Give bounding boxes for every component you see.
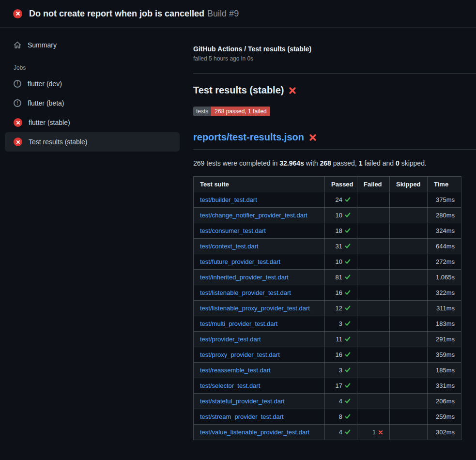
- time-cell: 302ms: [428, 425, 461, 440]
- suite-cell: test/value_listenable_provider_test.dart: [194, 425, 325, 440]
- failed-status-icon: [14, 138, 22, 146]
- test-suite-link[interactable]: test/selector_test.dart: [200, 382, 260, 389]
- summary-number: 0: [396, 159, 399, 167]
- col-header-test-suite: Test suite: [194, 177, 325, 192]
- table-row: test/listenable_provider_test.dart16322m…: [194, 285, 461, 301]
- test-suite-link[interactable]: test/future_provider_test.dart: [200, 258, 280, 265]
- section-title-text: Test results (stable): [193, 85, 284, 96]
- time-cell: 322ms: [428, 285, 461, 301]
- passed-cell: 18: [325, 223, 357, 239]
- page-layout: Summary Jobs !flutter (dev)!flutter (bet…: [0, 28, 476, 440]
- report-heading: reports/test-results.json: [193, 132, 476, 150]
- table-row: test/inherited_provider_test.dart811.065…: [194, 270, 461, 285]
- job-label: flutter (stable): [29, 119, 70, 126]
- sidebar-item-summary[interactable]: Summary: [5, 35, 180, 55]
- page-title: Do not create report when job is cancell…: [29, 9, 239, 19]
- skipped-cell: [390, 394, 428, 409]
- sidebar-summary-label: Summary: [28, 41, 57, 49]
- failed-cell: [357, 301, 390, 316]
- test-suite-link[interactable]: test/value_listenable_provider_test.dart: [200, 429, 309, 436]
- failed-cell: [357, 378, 390, 394]
- time-cell: 375ms: [428, 192, 461, 208]
- skipped-cell: [390, 285, 428, 301]
- passed-cell: 3: [325, 363, 357, 378]
- suite-cell: test/listenable_proxy_provider_test.dart: [194, 301, 325, 316]
- check-icon: [342, 258, 351, 265]
- build-title: Do not create report when job is cancell…: [29, 9, 204, 18]
- table-row: test/builder_test.dart24375ms: [194, 192, 461, 208]
- build-number: Build #9: [207, 9, 239, 18]
- test-suite-link[interactable]: test/builder_test.dart: [200, 196, 257, 203]
- table-row: test/consumer_test.dart18324ms: [194, 223, 461, 239]
- test-suite-link[interactable]: test/consumer_test.dart: [200, 227, 266, 234]
- suite-cell: test/future_provider_test.dart: [194, 254, 325, 270]
- test-suite-link[interactable]: test/listenable_provider_test.dart: [200, 289, 291, 296]
- skipped-cell: [390, 208, 428, 223]
- check-icon: [342, 212, 351, 219]
- time-cell: 259ms: [428, 409, 461, 425]
- sidebar-item-flutter-stable[interactable]: flutter (stable): [5, 113, 180, 132]
- table-row: test/proxy_provider_test.dart16359ms: [194, 347, 461, 363]
- passed-count: 10: [336, 258, 342, 265]
- build-header: Do not create report when job is cancell…: [0, 0, 476, 28]
- report-fail-x-icon: [309, 132, 317, 143]
- test-suite-link[interactable]: test/provider_test.dart: [200, 336, 261, 343]
- check-icon: [342, 305, 351, 312]
- failed-cell: [357, 316, 390, 332]
- x-icon: [376, 429, 383, 436]
- passed-count: 12: [336, 305, 342, 312]
- time-cell: 1.065s: [428, 270, 461, 285]
- test-suite-link[interactable]: test/stream_provider_test.dart: [200, 413, 284, 420]
- passed-count: 11: [336, 336, 343, 343]
- passed-cell: 12: [325, 301, 357, 316]
- sidebar-item-flutter-beta[interactable]: !flutter (beta): [5, 93, 180, 113]
- summary-segment: passed,: [331, 159, 359, 167]
- col-header-time: Time: [428, 177, 461, 192]
- suite-cell: test/context_test.dart: [194, 239, 325, 254]
- test-suite-link[interactable]: test/multi_provider_test.dart: [200, 320, 277, 327]
- test-suite-link[interactable]: test/stateful_provider_test.dart: [200, 398, 285, 405]
- sidebar-item-flutter-dev[interactable]: !flutter (dev): [5, 74, 180, 93]
- failed-cell: [357, 192, 390, 208]
- test-suite-link[interactable]: test/listenable_proxy_provider_test.dart: [200, 305, 310, 312]
- time-cell: 183ms: [428, 316, 461, 332]
- table-row: test/multi_provider_test.dart3183ms: [194, 316, 461, 332]
- suite-cell: test/provider_test.dart: [194, 332, 325, 347]
- passed-cell: 10: [325, 254, 357, 270]
- suite-cell: test/proxy_provider_test.dart: [194, 347, 325, 363]
- skipped-cell: [390, 301, 428, 316]
- skipped-cell: [390, 363, 428, 378]
- suite-cell: test/builder_test.dart: [194, 192, 325, 208]
- test-suite-link[interactable]: test/reassemble_test.dart: [200, 367, 271, 374]
- time-cell: 644ms: [428, 239, 461, 254]
- time-cell: 272ms: [428, 254, 461, 270]
- check-icon: [342, 398, 351, 405]
- check-icon: [342, 367, 351, 374]
- sidebar-item-test-results-stable[interactable]: Test results (stable): [5, 132, 180, 152]
- test-suite-link[interactable]: test/proxy_provider_test.dart: [200, 351, 280, 358]
- suite-cell: test/reassemble_test.dart: [194, 363, 325, 378]
- check-icon: [342, 289, 351, 296]
- test-suite-link[interactable]: test/context_test.dart: [200, 243, 259, 250]
- skipped-cell: [390, 332, 428, 347]
- passed-count: 3: [339, 367, 342, 374]
- check-icon: [342, 227, 351, 234]
- test-suite-link[interactable]: test/inherited_provider_test.dart: [200, 274, 289, 281]
- summary-segment: 269 tests were completed in: [193, 159, 279, 167]
- summary-number: 268: [320, 159, 331, 167]
- time-cell: 331ms: [428, 378, 461, 394]
- report-file-link[interactable]: reports/test-results.json: [193, 132, 304, 143]
- section-fail-x-icon: [289, 85, 296, 96]
- skipped-cell: [390, 192, 428, 208]
- jobs-list: !flutter (dev)!flutter (beta)flutter (st…: [5, 74, 180, 152]
- passed-count: 16: [336, 351, 342, 358]
- sidebar: Summary Jobs !flutter (dev)!flutter (bet…: [0, 28, 184, 440]
- check-icon: [342, 336, 351, 343]
- skipped-cell: [390, 409, 428, 425]
- alert-status-icon: !: [14, 80, 21, 88]
- suite-cell: test/consumer_test.dart: [194, 223, 325, 239]
- section-divider: [193, 73, 476, 74]
- passed-cell: 8: [325, 409, 357, 425]
- test-suite-link[interactable]: test/change_notifier_provider_test.dart: [200, 212, 307, 219]
- suite-cell: test/stream_provider_test.dart: [194, 409, 325, 425]
